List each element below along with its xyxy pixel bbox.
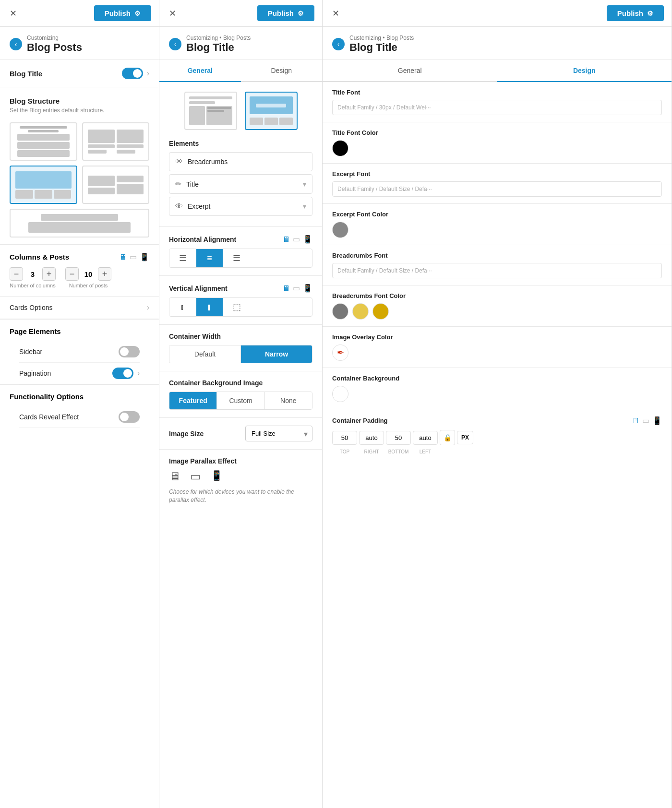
- panel1-close-button[interactable]: ✕: [8, 6, 19, 21]
- tablet-icon[interactable]: ▭: [130, 252, 137, 261]
- image-overlay-swatch[interactable]: ✒: [332, 345, 348, 361]
- padding-top-input[interactable]: [332, 431, 357, 445]
- panel1-publish-button[interactable]: Publish ⚙: [94, 5, 151, 21]
- element-breadcrumbs[interactable]: 👁 Breadcrumbs: [169, 152, 312, 171]
- bg-image-buttons: Featured Custom None: [169, 392, 312, 410]
- title-font-color-swatch[interactable]: [332, 140, 348, 156]
- breadcrumbs-visibility-icon: 👁: [175, 157, 183, 166]
- v-align-bottom[interactable]: ⬚: [223, 298, 250, 316]
- title-font-value: Default Family / 30px / Default Wei···: [337, 104, 431, 111]
- panel3-back-button[interactable]: ‹: [332, 38, 345, 50]
- padding-mobile-icon[interactable]: 📱: [652, 416, 662, 425]
- panel2-close-button[interactable]: ✕: [167, 6, 178, 21]
- columns-stepper: − 3 +: [10, 267, 56, 281]
- sidebar-toggle[interactable]: [119, 346, 140, 357]
- h-align-left[interactable]: ☰: [169, 249, 196, 267]
- posts-increment[interactable]: +: [98, 267, 111, 281]
- page-elements-section: Page Elements Sidebar Pagination ›: [0, 319, 159, 384]
- structure-card-1[interactable]: [10, 122, 77, 161]
- h-align-desktop-icon[interactable]: 🖥: [282, 235, 290, 244]
- padding-left-input[interactable]: [413, 431, 438, 445]
- structure-card-5[interactable]: [10, 209, 149, 238]
- blog-title-row[interactable]: Blog Title ›: [0, 60, 159, 87]
- cards-reveal-toggle[interactable]: [119, 411, 140, 423]
- v-align-top[interactable]: ⫾: [169, 298, 196, 316]
- panel2-tabs: General Design: [159, 60, 322, 82]
- padding-tablet-icon[interactable]: ▭: [642, 416, 649, 425]
- excerpt-arrow-icon: ▾: [303, 202, 306, 210]
- structure-card-4[interactable]: [82, 166, 150, 204]
- columns-decrement[interactable]: −: [10, 267, 23, 281]
- v-align-middle[interactable]: ⫿: [196, 298, 223, 316]
- panel2-back-button[interactable]: ‹: [169, 38, 181, 50]
- parallax-label: Image Parallax Effect: [169, 457, 312, 465]
- element-excerpt[interactable]: 👁 Excerpt ▾: [169, 197, 312, 216]
- excerpt-font-color-section: Excerpt Font Color: [323, 204, 672, 245]
- breadcrumbs-font-value: Default Family / Default Size / Defa···: [337, 267, 432, 274]
- parallax-tablet-icon[interactable]: ▭: [190, 470, 201, 483]
- mobile-icon[interactable]: 📱: [140, 252, 149, 261]
- excerpt-font-color-swatch[interactable]: [332, 222, 348, 238]
- padding-lock-button[interactable]: 🔒: [440, 430, 455, 445]
- layout-card-list[interactable]: [184, 92, 237, 130]
- desktop-icon[interactable]: 🖥: [119, 253, 127, 261]
- padding-label: Container Padding: [332, 417, 388, 424]
- panel1-back-button[interactable]: ‹: [10, 38, 22, 50]
- structure-card-3[interactable]: [10, 166, 77, 204]
- topbar-left: ✕: [8, 6, 19, 21]
- pagination-toggle[interactable]: [112, 368, 133, 379]
- cw-narrow[interactable]: Narrow: [241, 345, 312, 363]
- structure-card-2[interactable]: [82, 122, 150, 161]
- padding-desktop-icon[interactable]: 🖥: [632, 416, 639, 425]
- bg-none[interactable]: None: [265, 392, 312, 409]
- v-align-tablet-icon[interactable]: ▭: [293, 284, 300, 293]
- element-title[interactable]: ✏ Title ▾: [169, 174, 312, 194]
- panel3-tab-design[interactable]: Design: [497, 60, 672, 82]
- panel3-publish-button[interactable]: Publish ⚙: [607, 5, 664, 21]
- padding-bottom-input[interactable]: [386, 431, 411, 445]
- title-font-selector[interactable]: Default Family / 30px / Default Wei···: [332, 100, 662, 115]
- panel3-tab-general[interactable]: General: [323, 60, 497, 82]
- padding-right-input[interactable]: [359, 431, 384, 445]
- parallax-mobile-icon[interactable]: 📱: [211, 470, 223, 483]
- bg-featured[interactable]: Featured: [169, 392, 217, 409]
- panel3-close-button[interactable]: ✕: [330, 6, 341, 21]
- layout-selector: [159, 82, 322, 140]
- posts-decrement[interactable]: −: [65, 267, 79, 281]
- tab-general[interactable]: General: [159, 60, 241, 82]
- image-overlay-label: Image Overlay Color: [332, 333, 662, 341]
- image-size-select[interactable]: Full Size Large Medium Thumbnail: [245, 426, 312, 441]
- padding-unit-button[interactable]: PX: [457, 431, 473, 444]
- cards-options-row[interactable]: Cards Options ›: [0, 297, 159, 319]
- h-align-tablet-icon[interactable]: ▭: [293, 235, 300, 244]
- excerpt-font-selector[interactable]: Default Family / Default Size / Defa···: [332, 181, 662, 197]
- container-bg-swatch[interactable]: [332, 386, 348, 402]
- posts-label: Number of posts: [69, 283, 108, 288]
- parallax-desktop-icon[interactable]: 🖥: [169, 470, 180, 483]
- posts-stepper: − 10 +: [65, 267, 111, 281]
- breadcrumbs-font-color-section: Breadcrumbs Font Color: [323, 285, 672, 327]
- bg-custom[interactable]: Custom: [217, 392, 264, 409]
- cards-options-label: Cards Options: [10, 304, 52, 311]
- panel3-breadcrumb: ‹ Customizing • Blog Posts Blog Title: [323, 27, 672, 60]
- v-align-desktop-icon[interactable]: 🖥: [282, 284, 290, 293]
- breadcrumbs-color-3[interactable]: [372, 303, 389, 320]
- v-align-buttons: ⫾ ⫿ ⬚: [169, 297, 312, 317]
- layout-card-featured[interactable]: [245, 92, 298, 130]
- h-align-right[interactable]: ☰: [223, 249, 250, 267]
- panel2-publish-button[interactable]: Publish ⚙: [257, 5, 314, 21]
- v-align-mobile-icon[interactable]: 📱: [303, 284, 312, 293]
- page-elements-heading: Page Elements: [10, 327, 149, 335]
- blog-title-toggle[interactable]: [122, 68, 143, 79]
- h-align-mobile-icon[interactable]: 📱: [303, 235, 312, 244]
- gear-icon: ⚙: [134, 10, 141, 17]
- columns-increment[interactable]: +: [42, 267, 56, 281]
- container-padding-section: Container Padding 🖥 ▭ 📱 🔒 PX TOP RIGHT B…: [323, 409, 672, 461]
- breadcrumbs-color-2[interactable]: [352, 303, 369, 320]
- breadcrumbs-font-selector[interactable]: Default Family / Default Size / Defa···: [332, 263, 662, 278]
- blog-structure-heading: Blog Structure Set the Blog entries defa…: [0, 87, 159, 116]
- tab-design[interactable]: Design: [241, 60, 323, 82]
- breadcrumbs-color-1[interactable]: [332, 303, 348, 320]
- h-align-center[interactable]: ≡: [196, 249, 223, 267]
- cw-default[interactable]: Default: [169, 345, 241, 363]
